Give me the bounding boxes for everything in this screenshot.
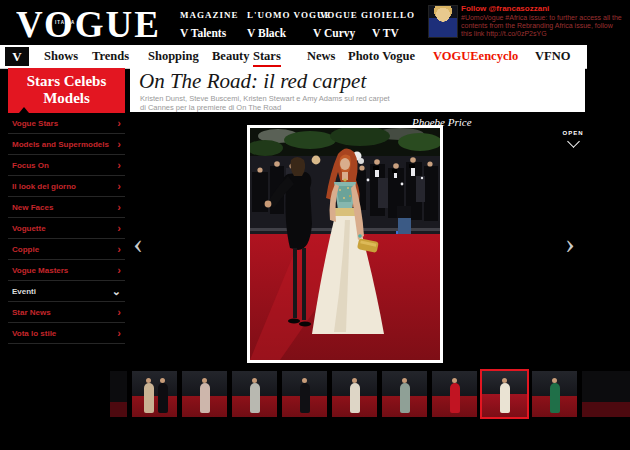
thumbnail-red-dress[interactable] (432, 371, 477, 417)
thumb-figure (500, 383, 510, 413)
thumbnail-white-dress-blonde[interactable] (332, 371, 377, 417)
nav-vogue-encyclo[interactable]: VOGUEencyclo (433, 49, 518, 64)
sidebar-item-vogue-stars[interactable]: Vogue Stars› (8, 113, 125, 134)
chevron-right-icon: › (117, 118, 121, 128)
menu-v-curvy[interactable]: V Curvy (313, 27, 355, 39)
thumbnail-phoebe-white-gown-selected[interactable] (482, 371, 527, 417)
article-title: On The Road: il red carpet (139, 69, 366, 94)
sidebar-item-new-faces[interactable]: New Faces› (8, 197, 125, 218)
thumbnail-green-dress[interactable] (532, 371, 577, 417)
menu-v-tv[interactable]: V TV (372, 27, 399, 39)
vogue-logo-italia-label: ITALIA (55, 20, 75, 25)
thumbnail-pale-sheer-gown[interactable] (182, 371, 227, 417)
chevron-right-icon: › (117, 307, 121, 317)
thumbnail-clipped-left[interactable] (110, 371, 127, 417)
sidebar-title-line2: Models (43, 90, 90, 106)
nav-vfno[interactable]: VFNO (535, 49, 570, 64)
thumb-figure (550, 383, 560, 413)
thumb-figure (200, 383, 210, 413)
chevron-down-icon (567, 135, 580, 148)
nav-v-home-button[interactable]: V (5, 47, 29, 66)
nav-beauty[interactable]: Beauty (212, 49, 250, 64)
open-toggle-button[interactable]: OPEN (558, 130, 588, 146)
thumb-figure (400, 383, 410, 413)
thumb-figure (144, 383, 154, 413)
sidebar-item-focus-on[interactable]: Focus On› (8, 155, 125, 176)
chevron-right-icon: › (117, 244, 121, 254)
twitter-follow-link[interactable]: Follow @francasozzani (461, 4, 549, 13)
gallery-prev-arrow[interactable]: ‹ (133, 228, 143, 258)
thumbnail-couple-beige-and-suit[interactable] (132, 371, 177, 417)
chevron-down-icon: ⌄ (112, 286, 121, 296)
sidebar-item-voguette[interactable]: Voguette› (8, 218, 125, 239)
vogue-logo[interactable]: VOGUE (16, 1, 161, 46)
main-navbar: V Shows Trends Shopping Beauty Stars New… (0, 45, 587, 69)
chevron-right-icon: › (117, 202, 121, 212)
chevron-right-icon: › (117, 265, 121, 275)
nav-news[interactable]: News (307, 49, 335, 64)
main-gallery-photo[interactable] (247, 125, 443, 363)
franca-sozzani-avatar[interactable] (428, 5, 458, 38)
sidebar-item-coppie[interactable]: Coppie› (8, 239, 125, 260)
nav-shows[interactable]: Shows (44, 49, 78, 64)
menu-v-black[interactable]: V Black (247, 27, 286, 39)
sidebar-item-il-look-del-giorno[interactable]: Il look del giorno› (8, 176, 125, 197)
thumb-figure (300, 383, 310, 413)
menu-luomo-vogue[interactable]: L'UOMO VOGUE (247, 10, 331, 20)
article-header-panel: On The Road: il red carpet Kristen Dunst… (130, 68, 585, 112)
thumb-figure (350, 383, 360, 413)
gallery-next-arrow[interactable]: › (565, 228, 575, 258)
vogue-italia-page: VOGUE ITALIA MAGAZINE L'UOMO VOGUE VOGUE… (0, 0, 630, 450)
thumb-figure (450, 383, 460, 413)
thumbnail-silver-dress[interactable] (232, 371, 277, 417)
menu-v-talents[interactable]: V Talents (180, 27, 226, 39)
twitter-tweet-text[interactable]: #UomoVogue #Africa issue: to further acc… (461, 14, 625, 38)
thumb-figure (158, 383, 168, 413)
chevron-right-icon: › (117, 223, 121, 233)
thumb-figure (250, 383, 260, 413)
red-carpet-scene-illustration (250, 128, 440, 360)
thumbnail-teal-grey-gown[interactable] (382, 371, 427, 417)
thumbnail-clipped-right[interactable] (582, 371, 630, 417)
nav-shopping[interactable]: Shopping (148, 49, 199, 64)
chevron-right-icon: › (117, 160, 121, 170)
nav-stars-active[interactable]: Stars (253, 49, 281, 67)
nav-trends[interactable]: Trends (92, 49, 129, 64)
chevron-right-icon: › (117, 181, 121, 191)
sidebar-item-vota-lo-stile[interactable]: Vota lo stile› (8, 323, 125, 344)
chevron-right-icon: › (117, 328, 121, 338)
sidebar-title-line1: Stars Celebs (27, 73, 107, 89)
sidebar-item-models-and-supermodels[interactable]: Models and Supermodels› (8, 134, 125, 155)
sidebar-item-star-news[interactable]: Star News› (8, 302, 125, 323)
thumbnail-black-suit-man[interactable] (282, 371, 327, 417)
sidebar-item-vogue-masters[interactable]: Vogue Masters› (8, 260, 125, 281)
sidebar-item-eventi-expanded[interactable]: Eventi⌄ (8, 281, 125, 302)
menu-vogue-gioiello[interactable]: VOGUE GIOIELLO (320, 10, 415, 20)
nav-photo-vogue[interactable]: Photo Vogue (348, 49, 415, 64)
article-subtitle: Kristen Dunst, Steve Buscemi, Kristen St… (140, 95, 390, 112)
menu-magazine[interactable]: MAGAZINE (180, 10, 239, 20)
sidebar-menu: Vogue Stars› Models and Supermodels› Foc… (8, 113, 125, 344)
chevron-right-icon: › (117, 139, 121, 149)
